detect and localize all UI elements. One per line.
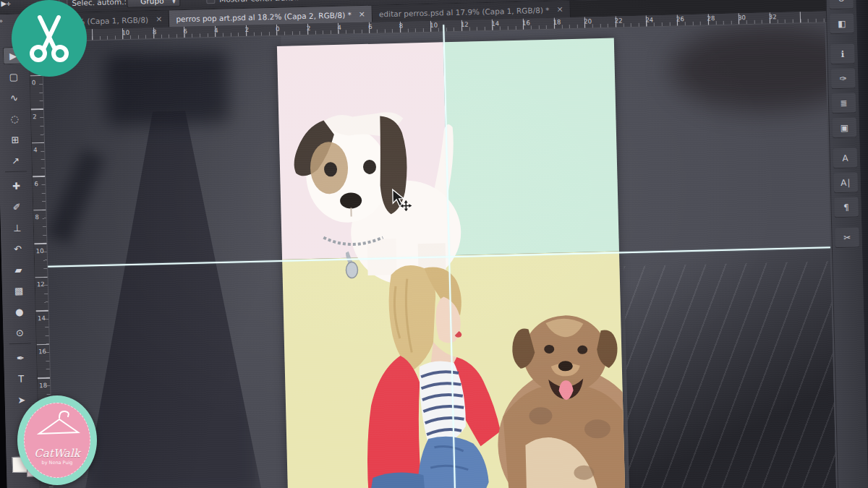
lasso-tool[interactable]: ∿ (4, 89, 25, 107)
h-ruler-label: 4 (214, 27, 218, 34)
h-ruler-label: 28 (707, 14, 715, 22)
brush-presets-panel-icon[interactable]: ✑ (831, 68, 856, 89)
crop-tool[interactable]: ⊞ (5, 131, 26, 149)
hanger-icon (35, 408, 81, 440)
photoshop-window: ▶✛ Selec. autom.: Grupo ▲▼ Mostrar contr… (0, 0, 868, 488)
tripod-reflection (46, 148, 105, 244)
history-brush-tool[interactable]: ↶ (7, 239, 28, 257)
h-ruler-label: 4 (337, 24, 341, 31)
reflection-dark (624, 247, 836, 488)
eyedropper-tool[interactable]: ↗ (5, 152, 26, 170)
h-ruler-label: 10 (122, 29, 129, 36)
rectangular-marquee-tool[interactable]: ▢ (4, 68, 25, 86)
h-ruler-label: 8 (153, 28, 157, 35)
move-cursor (391, 187, 413, 211)
blur-tool[interactable]: ● (9, 302, 30, 320)
canvas[interactable] (277, 38, 625, 488)
v-ruler-label: 2 (33, 113, 37, 120)
h-ruler-label: 24 (645, 16, 653, 23)
show-transform-checkbox[interactable] (206, 0, 215, 4)
dropdown-arrows-icon: ▲▼ (172, 0, 175, 3)
eraser-tool[interactable]: ▰ (8, 260, 29, 278)
h-ruler-label: 16 (522, 19, 530, 26)
tab-close-icon[interactable]: × (154, 14, 163, 24)
type-tool[interactable]: T (11, 369, 32, 388)
h-ruler-label: 30 (738, 14, 746, 21)
h-ruler-label: 14 (491, 20, 499, 27)
tool-presets-panel-icon[interactable]: ✂ (835, 227, 859, 248)
blind-stripes-reflection (624, 261, 836, 488)
layer-comps-panel-icon[interactable]: ≣ (832, 93, 856, 114)
v-ruler-label: 6 (34, 180, 38, 187)
badge-title: CatWalk (34, 448, 80, 458)
tool-separator (9, 343, 31, 344)
h-ruler-label: 10 (430, 22, 438, 29)
channel-badge: CatWalk by Nena Puig (17, 395, 97, 485)
woman-and-dog (362, 260, 625, 488)
v-ruler-label: 4 (33, 146, 38, 153)
h-ruler-label: 0 (276, 25, 280, 33)
h-ruler-label: 8 (399, 22, 404, 30)
h-ruler-label: 22 (615, 17, 623, 24)
gradient-tool[interactable]: ▩ (9, 281, 30, 299)
auto-select-label: Selec. autom.: (72, 0, 127, 7)
healing-brush-tool[interactable]: ✚ (6, 176, 27, 194)
auto-select-mode-value: Grupo (132, 0, 172, 5)
v-ruler-label: 0 (32, 79, 36, 86)
history-panel-icon[interactable]: ↻ (829, 0, 854, 9)
v-ruler-label: 16 (38, 348, 46, 355)
tab-title: editar perros.psd al 17.9% (Capa 1, RGB/… (379, 5, 550, 18)
auto-select-mode-dropdown[interactable]: Grupo ▲▼ (127, 0, 180, 8)
paragraph-panel-icon[interactable]: ¶ (834, 197, 859, 218)
jack-russell-dog (293, 111, 462, 288)
h-ruler-label: 6 (183, 27, 187, 35)
dodge-tool[interactable]: ⊙ (9, 323, 30, 341)
v-ruler-label: 12 (37, 281, 45, 288)
color-panel-icon[interactable]: ◧ (830, 13, 854, 34)
h-ruler-label: 2 (245, 26, 250, 33)
v-ruler-label: 8 (35, 213, 39, 221)
pop-art-collage (277, 38, 625, 488)
collapse-panel-icon[interactable]: » (0, 17, 3, 25)
character-styles-panel-icon[interactable]: A (833, 147, 858, 168)
reflection-dark (668, 22, 836, 113)
character-panel-icon[interactable]: A∣ (833, 172, 858, 193)
v-ruler-label: 18 (39, 381, 47, 388)
quick-selection-tool[interactable]: ◌ (4, 110, 25, 128)
tripod-reflection (73, 109, 263, 488)
badge-inner: CatWalk by Nena Puig (24, 403, 90, 478)
pen-tool[interactable]: ✒ (10, 348, 31, 367)
scissors-icon (25, 13, 73, 64)
tab-title: perros pop art.psd al 18.2% (Capa 2, RGB… (176, 10, 352, 23)
v-ruler-label: 10 (36, 247, 44, 254)
clone-source-panel-icon[interactable]: ▣ (833, 117, 857, 138)
info-panel-icon[interactable]: ℹ (830, 43, 855, 64)
h-ruler-label: 12 (461, 20, 469, 27)
h-ruler-label: 6 (368, 23, 373, 30)
scissors-logo (12, 0, 87, 77)
move-tool-icon: ▶✛ (1, 0, 11, 7)
path-selection-tool[interactable]: ➤ (11, 390, 32, 408)
badge-byline: by Nena Puig (42, 460, 73, 466)
h-ruler-label: 32 (769, 13, 777, 20)
h-ruler-label: 18 (553, 18, 561, 25)
clone-stamp-tool[interactable]: ⊥ (7, 218, 28, 236)
show-transform-label: Mostrar contr. transf. (219, 0, 299, 4)
brush-tool[interactable]: ✐ (7, 197, 27, 215)
h-ruler-label: 2 (307, 25, 311, 32)
tab-close-icon[interactable]: × (357, 9, 366, 19)
pasteboard[interactable] (43, 22, 836, 488)
tripod-reflection (105, 51, 229, 126)
tab-close-icon[interactable]: × (555, 4, 563, 14)
h-ruler-label: 26 (676, 15, 684, 22)
h-ruler-label: 20 (584, 17, 592, 25)
tool-separator (5, 171, 27, 172)
v-ruler-label: 14 (38, 314, 46, 321)
